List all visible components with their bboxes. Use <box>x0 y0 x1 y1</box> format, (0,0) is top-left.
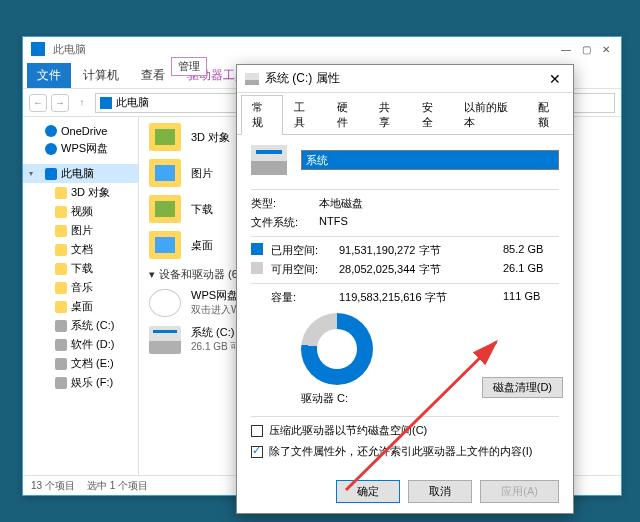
drive-letter-label: 驱动器 C: <box>301 391 348 406</box>
tab-security[interactable]: 安全 <box>411 95 453 134</box>
nav-up-button[interactable]: ↑ <box>73 94 91 112</box>
general-panel: 类型:本地磁盘 文件系统:NTFS 已用空间:91,531,190,272 字节… <box>237 135 573 475</box>
free-gb: 26.1 GB <box>503 262 559 277</box>
type-label: 类型: <box>251 196 319 211</box>
tab-strip: 常规 工具 硬件 共享 安全 以前的版本 配额 <box>237 93 573 135</box>
used-bytes: 91,531,190,272 字节 <box>339 243 503 258</box>
nav-back-button[interactable]: ← <box>29 94 47 112</box>
tab-previous-versions[interactable]: 以前的版本 <box>453 95 526 134</box>
drive-icon <box>251 145 287 175</box>
folder-icon <box>149 231 181 259</box>
tree-wps[interactable]: WPS网盘 <box>23 139 138 158</box>
index-label: 除了文件属性外，还允许索引此驱动器上文件的内容(I) <box>269 444 532 459</box>
explorer-titlebar: 此电脑 — ▢ ✕ <box>23 37 621 61</box>
dialog-title: 系统 (C:) 属性 <box>265 70 340 87</box>
disk-cleanup-button[interactable]: 磁盘清理(D) <box>482 377 563 398</box>
fs-value: NTFS <box>319 215 559 230</box>
tree-onedrive[interactable]: OneDrive <box>23 123 138 139</box>
pc-icon <box>100 97 112 109</box>
nav-tree: OneDrive WPS网盘 ▾此电脑 3D 对象 视频 图片 文档 下载 音乐… <box>23 117 139 475</box>
tree-drive-d[interactable]: 软件 (D:) <box>23 335 138 354</box>
folder-icon <box>55 244 67 256</box>
pc-icon <box>31 42 45 56</box>
drive-icon <box>55 320 67 332</box>
checkbox-icon <box>251 446 263 458</box>
close-button[interactable]: ✕ <box>545 69 565 89</box>
tree-drive-c[interactable]: 系统 (C:) <box>23 316 138 335</box>
ribbon-file[interactable]: 文件 <box>27 63 71 88</box>
status-selected: 选中 1 个项目 <box>87 479 148 493</box>
index-checkbox-row[interactable]: 除了文件属性外，还允许索引此驱动器上文件的内容(I) <box>251 444 559 459</box>
folder-icon <box>55 225 67 237</box>
tree-downloads[interactable]: 下载 <box>23 259 138 278</box>
folder-icon <box>55 263 67 275</box>
drive-icon <box>245 73 259 85</box>
cap-gb: 111 GB <box>503 290 559 305</box>
ribbon-view[interactable]: 查看 <box>131 63 175 88</box>
tree-videos[interactable]: 视频 <box>23 202 138 221</box>
free-label: 可用空间: <box>271 262 339 277</box>
minimize-button[interactable]: — <box>559 42 573 56</box>
cloud-icon <box>45 125 57 137</box>
type-value: 本地磁盘 <box>319 196 559 211</box>
tab-general[interactable]: 常规 <box>241 95 283 135</box>
free-swatch-icon <box>251 262 263 274</box>
ribbon-computer[interactable]: 计算机 <box>73 63 129 88</box>
title-path: 此电脑 <box>53 42 86 57</box>
folder-icon <box>55 301 67 313</box>
fs-label: 文件系统: <box>251 215 319 230</box>
compress-label: 压缩此驱动器以节约磁盘空间(C) <box>269 423 427 438</box>
ribbon-manage-box[interactable]: 管理 <box>171 57 207 76</box>
folder-icon <box>149 195 181 223</box>
tab-hardware[interactable]: 硬件 <box>326 95 368 134</box>
tree-drive-f[interactable]: 娱乐 (F:) <box>23 373 138 392</box>
tree-3d-objects[interactable]: 3D 对象 <box>23 183 138 202</box>
tree-this-pc[interactable]: ▾此电脑 <box>23 164 138 183</box>
dialog-titlebar: 系统 (C:) 属性 ✕ <box>237 65 573 93</box>
folder-icon <box>149 159 181 187</box>
cancel-button[interactable]: 取消 <box>408 480 472 503</box>
tree-documents[interactable]: 文档 <box>23 240 138 259</box>
ok-button[interactable]: 确定 <box>336 480 400 503</box>
tab-sharing[interactable]: 共享 <box>368 95 410 134</box>
free-bytes: 28,052,025,344 字节 <box>339 262 503 277</box>
cloud-icon <box>45 143 57 155</box>
tree-drive-e[interactable]: 文档 (E:) <box>23 354 138 373</box>
address-text: 此电脑 <box>116 95 149 110</box>
nav-forward-button[interactable]: → <box>51 94 69 112</box>
used-gb: 85.2 GB <box>503 243 559 258</box>
properties-dialog: 系统 (C:) 属性 ✕ 常规 工具 硬件 共享 安全 以前的版本 配额 类型:… <box>236 64 574 514</box>
checkbox-icon <box>251 425 263 437</box>
status-count: 13 个项目 <box>31 479 75 493</box>
used-swatch-icon <box>251 243 263 255</box>
tab-tools[interactable]: 工具 <box>283 95 325 134</box>
folder-icon <box>55 206 67 218</box>
close-button[interactable]: ✕ <box>599 42 613 56</box>
cap-bytes: 119,583,215,616 字节 <box>339 290 503 305</box>
compress-checkbox-row[interactable]: 压缩此驱动器以节约磁盘空间(C) <box>251 423 559 438</box>
tree-desktop[interactable]: 桌面 <box>23 297 138 316</box>
apply-button[interactable]: 应用(A) <box>480 480 559 503</box>
tree-pictures[interactable]: 图片 <box>23 221 138 240</box>
drive-icon <box>55 358 67 370</box>
drive-name-input[interactable] <box>301 150 559 170</box>
tab-quota[interactable]: 配额 <box>527 95 569 134</box>
used-label: 已用空间: <box>271 243 339 258</box>
maximize-button[interactable]: ▢ <box>579 42 593 56</box>
cap-label: 容量: <box>271 290 339 305</box>
pc-icon <box>45 168 57 180</box>
folder-icon <box>149 123 181 151</box>
folder-icon <box>55 282 67 294</box>
cloud-icon <box>149 289 181 317</box>
folder-icon <box>55 187 67 199</box>
usage-donut-chart <box>301 313 373 385</box>
tree-music[interactable]: 音乐 <box>23 278 138 297</box>
drive-icon <box>149 326 181 354</box>
drive-icon <box>55 377 67 389</box>
drive-icon <box>55 339 67 351</box>
